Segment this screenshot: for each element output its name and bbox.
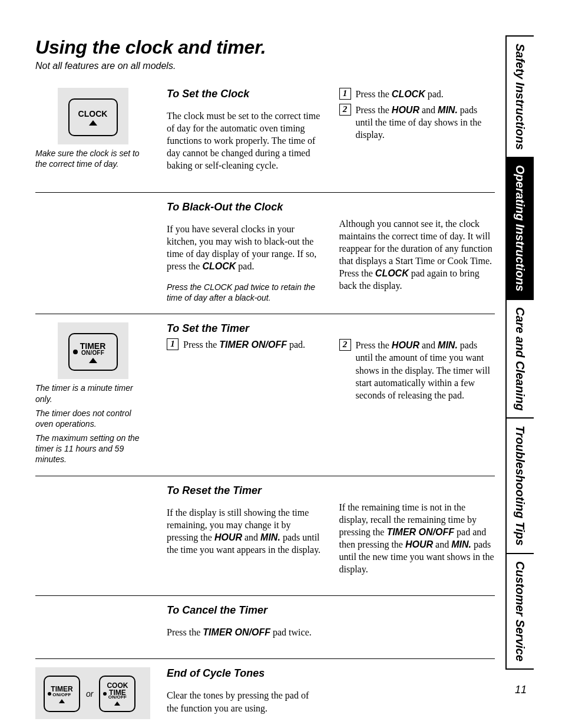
section-set-timer: TIMER ON/OFF The timer is a minute timer… — [35, 314, 495, 475]
step-number-icon: 2 — [339, 104, 351, 116]
clock-pad-figure: CLOCK — [68, 98, 118, 136]
tab-troubleshooting-tips[interactable]: Troubleshooting Tips — [507, 419, 534, 554]
blackout-hint: Press the CLOCK pad twice to retain the … — [167, 282, 323, 303]
set-clock-heading: To Set the Clock — [167, 88, 323, 100]
reset-timer-right-body: If the remaining time is not in the disp… — [339, 501, 495, 576]
end-tones-heading: End of Cycle Tones — [167, 667, 323, 680]
reset-timer-left-body: If the display is still showing the time… — [167, 506, 323, 556]
tab-operating-instructions[interactable]: Operating Instructions — [507, 158, 534, 299]
tab-care-and-cleaning[interactable]: Care and Cleaning — [507, 300, 534, 419]
section-set-clock: CLOCK Make sure the clock is set to the … — [35, 82, 495, 192]
clock-pad-label: CLOCK — [78, 109, 108, 118]
timer-caption-3: The maximum setting on the timer is 11 h… — [35, 433, 150, 465]
set-timer-step-1: 1 Press the TIMER ON/OFF pad. — [167, 338, 323, 351]
page-subtitle: Not all features are on all models. — [35, 61, 495, 71]
up-triangle-icon — [89, 120, 97, 126]
page-content: Using the clock and timer. Not all featu… — [35, 37, 495, 728]
cancel-timer-heading: To Cancel the Timer — [167, 604, 323, 617]
blackout-right-body: Although you cannot see it, the clock ma… — [339, 218, 495, 292]
section-reset-timer: To Reset the Timer If the display is sti… — [35, 476, 495, 596]
end-tones-body: Clear the tones by pressing the pad of t… — [167, 689, 323, 714]
step-number-icon: 1 — [167, 338, 178, 350]
timer-pad-small-figure: TIMER ON/OFF — [44, 676, 80, 712]
reset-timer-heading: To Reset the Timer — [167, 485, 323, 497]
up-triangle-icon — [114, 701, 120, 706]
page-number: 11 — [515, 684, 527, 696]
led-dot-icon — [103, 692, 107, 696]
section-cancel-timer: To Cancel the Timer Press the TIMER ON/O… — [35, 595, 495, 658]
or-label: or — [86, 689, 93, 699]
timer-pad-sub: ON/OFF — [81, 350, 104, 356]
blackout-left-body: If you have several clocks in your kitch… — [167, 223, 323, 272]
cook-time-pad-figure: COOK TIME ON/OFF — [99, 676, 135, 712]
timer-pad-figure: TIMER ON/OFF — [68, 333, 118, 371]
set-timer-step-2: 2 Press the HOUR and MIN. pads until the… — [339, 339, 495, 401]
set-clock-step-2: 2 Press the HOUR and MIN. pads until the… — [339, 104, 495, 141]
step-number-icon: 1 — [339, 88, 351, 100]
led-dot-icon — [73, 350, 78, 354]
led-dot-icon — [48, 692, 51, 696]
cancel-timer-body: Press the TIMER ON/OFF pad twice. — [167, 626, 323, 638]
up-triangle-icon — [89, 358, 97, 363]
clock-caption: Make sure the clock is set to the correc… — [35, 148, 150, 169]
timer-caption-1: The timer is a minute timer only. — [35, 383, 150, 404]
set-clock-body: The clock must be set to the correct tim… — [167, 110, 323, 172]
page-title: Using the clock and timer. — [35, 37, 495, 58]
timer-caption-2: The timer does not control oven operatio… — [35, 408, 150, 429]
step-number-icon: 2 — [339, 339, 351, 351]
tab-safety-instructions[interactable]: Safety Instructions — [507, 37, 534, 158]
side-tabs: Safety Instructions Operating Instructio… — [505, 35, 534, 670]
set-clock-step-1: 1 Press the CLOCK pad. — [339, 88, 495, 100]
blackout-heading: To Black-Out the Clock — [167, 201, 323, 213]
tab-customer-service[interactable]: Customer Service — [507, 554, 534, 670]
set-timer-heading: To Set the Timer — [167, 322, 323, 335]
section-blackout-clock: To Black-Out the Clock If you have sever… — [35, 192, 495, 314]
section-end-tones: TIMER ON/OFF or COOK TIME ON/OFF — [35, 658, 495, 728]
up-triangle-icon — [59, 699, 65, 703]
